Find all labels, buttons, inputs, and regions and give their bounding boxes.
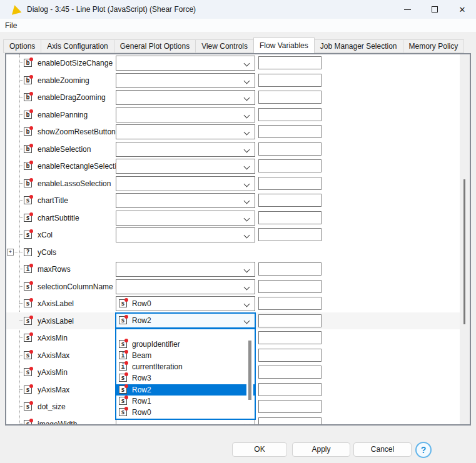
flow-variable-combobox[interactable] xyxy=(116,142,255,157)
dropdown-item[interactable]: sRow3 xyxy=(116,372,255,384)
maximize-button[interactable] xyxy=(421,0,448,19)
red-dot-icon xyxy=(29,161,33,164)
flow-variable-value-field[interactable] xyxy=(258,56,322,69)
flow-variable-value-field[interactable] xyxy=(258,417,322,425)
dropdown-scrollbar-thumb[interactable] xyxy=(248,341,251,400)
tab-general-plot-options[interactable]: General Plot Options xyxy=(114,39,196,53)
tab-job-manager-selection[interactable]: Job Manager Selection xyxy=(314,39,403,53)
red-dot-icon xyxy=(29,144,33,147)
flow-variable-dropdown: sgroupIdentifieriBeamicurrentIterationsR… xyxy=(115,328,256,420)
variable-type-letter: ? xyxy=(24,249,31,256)
string-flow-variable-icon: s xyxy=(119,408,127,416)
flow-variable-row: sxCol xyxy=(6,226,460,244)
flow-variable-combobox[interactable] xyxy=(116,262,255,277)
flow-variable-combobox[interactable] xyxy=(116,176,255,191)
tab-axis-configuration[interactable]: Axis Configuration xyxy=(41,39,114,53)
dropdown-item[interactable]: sgroupIdentifier xyxy=(116,339,255,350)
flow-variable-value-field[interactable] xyxy=(258,366,322,379)
string-flow-variable-icon: s xyxy=(119,299,127,307)
flow-variable-value-field[interactable] xyxy=(258,400,322,413)
flow-variable-combobox[interactable] xyxy=(116,56,255,71)
flow-variable-combobox[interactable] xyxy=(116,124,255,139)
flow-variable-value-field[interactable] xyxy=(258,159,322,172)
window-controls: ✕ xyxy=(393,0,476,19)
string-flow-variable-icon: s xyxy=(24,334,32,342)
close-button[interactable]: ✕ xyxy=(448,0,476,19)
tab-flow-variables[interactable]: Flow Variables xyxy=(253,37,315,53)
flow-variable-name: xCol xyxy=(38,231,53,239)
boolean-flow-variable-icon: b xyxy=(24,162,32,170)
tree-expander-icon[interactable]: + xyxy=(7,249,14,256)
dropdown-item-label: groupIdentifier xyxy=(132,340,180,349)
minimize-button[interactable] xyxy=(393,0,421,19)
dropdown-item-label: Row2 xyxy=(132,386,151,394)
flow-variable-value-field[interactable] xyxy=(258,74,322,87)
group-flow-variable-icon: ? xyxy=(24,248,32,256)
flow-variable-value-field[interactable] xyxy=(258,349,322,362)
flow-variable-value-field[interactable] xyxy=(258,194,322,207)
red-dot-icon xyxy=(124,350,128,354)
flow-variable-combobox[interactable] xyxy=(116,193,255,208)
window-title: Dialog - 3:45 - Line Plot (JavaScript) (… xyxy=(27,5,196,14)
flow-variable-combobox[interactable]: sRow0 xyxy=(116,296,255,311)
flow-variable-value-field[interactable] xyxy=(258,142,322,156)
dropdown-item[interactable]: sRow0 xyxy=(116,407,255,418)
dropdown-item[interactable]: iBeam xyxy=(116,350,255,361)
string-flow-variable-icon: s xyxy=(24,196,32,204)
maximize-icon xyxy=(432,6,438,12)
flow-variable-combobox[interactable] xyxy=(116,107,255,122)
flow-variable-value-field[interactable] xyxy=(258,383,322,396)
dropdown-item[interactable]: icurrentIteration xyxy=(116,361,255,372)
string-flow-variable-icon: s xyxy=(24,317,32,325)
flow-variable-value-field[interactable] xyxy=(258,331,322,344)
tab-memory-policy[interactable]: Memory Policy xyxy=(403,39,465,53)
dropdown-item-label: Beam xyxy=(132,351,151,360)
close-icon: ✕ xyxy=(459,6,466,14)
vertical-scrollbar[interactable] xyxy=(460,54,470,424)
flow-variable-value-field[interactable] xyxy=(258,262,322,276)
flow-variable-combobox[interactable] xyxy=(116,90,255,105)
scrollbar-thumb[interactable] xyxy=(463,179,465,324)
dialog-footer: OK Apply Cancel ? xyxy=(0,426,476,463)
red-dot-icon xyxy=(124,315,128,319)
cancel-button[interactable]: Cancel xyxy=(353,442,412,457)
dropdown-item[interactable]: sRow1 xyxy=(116,396,255,407)
flow-variable-name: dot_size xyxy=(38,402,66,411)
flow-variable-value-field[interactable] xyxy=(258,91,322,104)
dropdown-item-empty[interactable] xyxy=(116,329,255,339)
string-flow-variable-icon: s xyxy=(24,420,32,425)
flow-variable-value-field[interactable] xyxy=(258,280,322,293)
menu-file[interactable]: File xyxy=(0,21,22,30)
ok-button[interactable]: OK xyxy=(232,442,287,457)
tab-options[interactable]: Options xyxy=(3,39,41,53)
flow-variable-combobox[interactable] xyxy=(116,279,255,294)
flow-variable-value-field[interactable] xyxy=(258,228,322,241)
help-icon[interactable]: ? xyxy=(415,442,432,458)
flow-variable-combobox[interactable] xyxy=(116,211,255,226)
dropdown-item[interactable]: sRow2 xyxy=(116,384,255,396)
flow-variable-name: xAxisMax xyxy=(38,351,69,360)
flow-variable-value-field[interactable] xyxy=(258,314,322,327)
string-flow-variable-icon: s xyxy=(24,386,32,394)
red-dot-icon xyxy=(29,57,33,61)
dropdown-scrollbar[interactable] xyxy=(246,331,253,417)
flow-variable-row: bshowZoomResetButton xyxy=(6,123,460,141)
flow-variable-value-field[interactable] xyxy=(258,177,322,190)
flow-variable-value-field[interactable] xyxy=(258,108,322,121)
string-flow-variable-icon: s xyxy=(119,397,127,405)
flow-variable-combobox[interactable]: sRow2 xyxy=(115,312,256,329)
string-flow-variable-icon: s xyxy=(24,402,32,411)
int-flow-variable-icon: i xyxy=(119,362,127,371)
flow-variable-name: enablePanning xyxy=(38,111,88,119)
red-dot-icon xyxy=(29,178,33,182)
flow-variable-combobox[interactable] xyxy=(116,73,255,88)
chevron-down-icon xyxy=(244,146,250,152)
flow-variable-combobox[interactable] xyxy=(116,159,255,174)
flow-variable-value-field[interactable] xyxy=(258,297,322,310)
flow-variable-value-field[interactable] xyxy=(258,211,322,224)
flow-variable-combobox[interactable] xyxy=(116,227,255,242)
tree-branch-line xyxy=(14,252,24,252)
flow-variable-value-field[interactable] xyxy=(258,125,322,138)
apply-button[interactable]: Apply xyxy=(292,442,350,457)
tab-view-controls[interactable]: View Controls xyxy=(195,39,254,53)
